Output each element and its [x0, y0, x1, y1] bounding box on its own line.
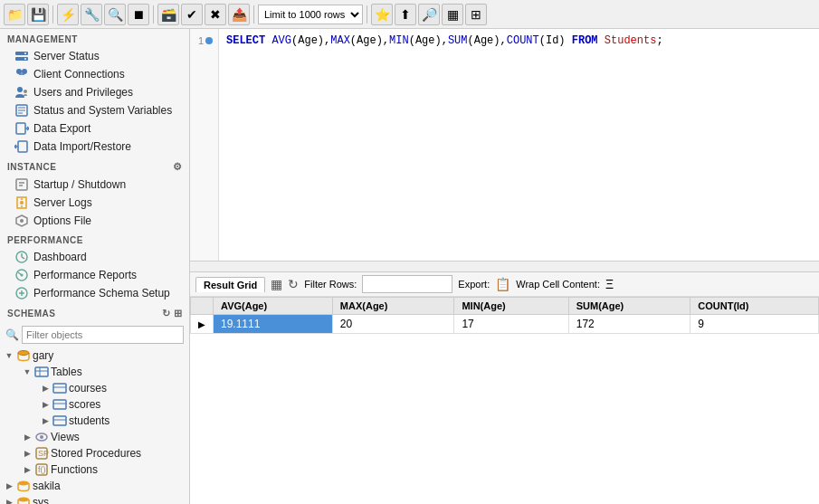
- check-button[interactable]: ✔: [181, 4, 203, 25]
- client-connections-label: Client Connections: [33, 68, 125, 81]
- tables-icon: [34, 365, 49, 379]
- export-button[interactable]: 📤: [228, 4, 250, 25]
- sql-content-area[interactable]: SELECT AVG(Age),MAX(Age),MIN(Age),SUM(Ag…: [219, 29, 819, 261]
- schema-gary[interactable]: ▼ gary: [4, 347, 189, 364]
- svg-point-3: [24, 58, 26, 60]
- cell-sum-age[interactable]: 172: [568, 315, 690, 334]
- server-status-label: Server Status: [33, 50, 100, 62]
- execute-sel-button[interactable]: 🔧: [81, 4, 102, 25]
- dashboard-icon: [14, 250, 29, 264]
- management-label: MANAGEMENT: [7, 34, 78, 44]
- refresh-result-icon[interactable]: ↻: [288, 277, 299, 291]
- scores-arrow: ▶: [40, 400, 51, 409]
- table-courses[interactable]: ▶ courses: [40, 380, 189, 396]
- sidebar-item-status-variables[interactable]: Status and System Variables: [0, 101, 189, 119]
- gary-label: gary: [33, 349, 53, 362]
- svg-rect-35: [53, 384, 66, 393]
- schema-filter-input[interactable]: [22, 326, 184, 344]
- sidebar-item-schema-setup[interactable]: Performance Schema Setup: [0, 284, 189, 302]
- instance-section-header: INSTANCE ⚙: [0, 156, 189, 176]
- table-scores[interactable]: ▶ scores: [40, 396, 189, 413]
- stored-procedures-group[interactable]: ▶ SP Stored Procedures: [22, 445, 189, 461]
- schema-sys[interactable]: ▶ sys: [4, 494, 189, 504]
- export-label: Export:: [458, 279, 490, 290]
- stored-procedures-label: Stored Procedures: [51, 447, 141, 460]
- sidebar-item-performance-reports[interactable]: Performance Reports: [0, 266, 189, 284]
- export-csv-icon[interactable]: 📋: [495, 277, 510, 291]
- schemas-expand-icon[interactable]: ⊞: [174, 308, 183, 319]
- separator-3: [253, 5, 254, 24]
- separator-2: [153, 5, 154, 24]
- wrap-cell-icon: Ξ: [605, 277, 614, 291]
- schemas-refresh-icon[interactable]: ↻: [162, 308, 171, 319]
- cell-count-id[interactable]: 9: [690, 315, 819, 334]
- views-group[interactable]: ▶ Views: [22, 429, 189, 445]
- explain-button[interactable]: 🔍: [104, 4, 126, 25]
- table-students[interactable]: ▶ students: [40, 413, 189, 429]
- wrap-cell-label: Wrap Cell Content:: [516, 279, 600, 290]
- sidebar-item-client-connections[interactable]: Client Connections: [0, 65, 189, 83]
- horizontal-scrollbar[interactable]: [190, 262, 819, 272]
- cell-max-age[interactable]: 20: [332, 315, 454, 334]
- bookmark-button[interactable]: ⭐: [371, 4, 393, 25]
- misc-button[interactable]: ⊞: [465, 4, 487, 25]
- result-grid-tab[interactable]: Result Grid: [195, 277, 265, 292]
- courses-label: courses: [69, 382, 107, 395]
- result-table: AVG(Age) MAX(Age) MIN(Age) SUM(Age) COUN…: [190, 297, 819, 334]
- sidebar-item-users-privileges[interactable]: Users and Privileges: [0, 83, 189, 101]
- db-button[interactable]: 🗃️: [157, 4, 179, 25]
- instance-config-icon[interactable]: ⚙: [173, 161, 183, 173]
- save-button[interactable]: 💾: [27, 4, 49, 25]
- scores-label: scores: [69, 398, 100, 411]
- views-icon: [34, 430, 49, 444]
- svg-point-26: [21, 274, 24, 277]
- schema-sakila[interactable]: ▶ sakila: [4, 478, 189, 494]
- filter-rows-input[interactable]: [362, 275, 452, 293]
- result-header-row: AVG(Age) MAX(Age) MIN(Age) SUM(Age) COUN…: [191, 298, 819, 315]
- svg-point-20: [20, 201, 24, 204]
- users-privileges-icon: [14, 85, 29, 100]
- find-button[interactable]: 🔎: [418, 4, 440, 25]
- students-table-icon: [52, 414, 67, 428]
- table-row[interactable]: ▶ 19.1111 20 17 172 9: [191, 315, 819, 334]
- performance-label: PERFORMANCE: [7, 235, 83, 245]
- cell-avg-age[interactable]: 19.1111: [214, 315, 333, 334]
- svg-rect-15: [18, 141, 27, 152]
- result-grid: AVG(Age) MAX(Age) MIN(Age) SUM(Age) COUN…: [190, 297, 819, 504]
- cell-min-age[interactable]: 17: [454, 315, 568, 334]
- performance-reports-icon: [14, 268, 29, 282]
- svg-point-7: [17, 87, 23, 92]
- server-status-icon: [14, 49, 29, 63]
- performance-section-header: PERFORMANCE: [0, 230, 189, 248]
- col-max-age: MAX(Age): [332, 298, 454, 315]
- schema-tree: ▼ gary ▼ Tables ▶: [0, 347, 189, 504]
- cancel-button[interactable]: ✖: [205, 4, 226, 25]
- sakila-expand-arrow: ▶: [4, 481, 14, 490]
- sidebar-item-server-status[interactable]: Server Status: [0, 47, 189, 65]
- sidebar-item-data-import[interactable]: Data Import/Restore: [0, 138, 189, 156]
- sidebar-item-server-logs[interactable]: Server Logs: [0, 194, 189, 212]
- server-logs-label: Server Logs: [33, 196, 92, 209]
- open-folder-button[interactable]: 📁: [4, 4, 25, 25]
- functions-group[interactable]: ▶ f() Functions: [22, 461, 189, 478]
- sidebar-item-data-export[interactable]: Data Export: [0, 119, 189, 138]
- stored-procedures-expand-arrow: ▶: [22, 449, 33, 458]
- grid-view-icon[interactable]: ▦: [271, 277, 282, 291]
- tables-label: Tables: [51, 366, 82, 378]
- limit-select[interactable]: Limit to 1000 rows Don't Limit Limit to …: [258, 5, 363, 24]
- col-count-id: COUNT(Id): [690, 298, 819, 315]
- sidebar-item-dashboard[interactable]: Dashboard: [0, 248, 189, 266]
- functions-label: Functions: [51, 463, 98, 476]
- sakila-db-icon: [16, 479, 31, 493]
- management-section-header: MANAGEMENT: [0, 29, 189, 47]
- stop-button[interactable]: ⏹: [128, 4, 149, 25]
- jump-button[interactable]: ⬆: [395, 4, 416, 25]
- svg-text:SP: SP: [38, 449, 49, 458]
- svg-point-48: [18, 498, 29, 502]
- execute-button[interactable]: ⚡: [57, 4, 79, 25]
- sidebar-item-startup-shutdown[interactable]: Startup / Shutdown: [0, 176, 189, 194]
- tables-group[interactable]: ▼ Tables: [22, 364, 189, 380]
- sidebar-item-options-file[interactable]: Options File: [0, 212, 189, 230]
- sql-editor[interactable]: 1 SELECT AVG(Age),MAX(Age),MIN(Age),SUM(…: [190, 29, 819, 262]
- format-button[interactable]: ▦: [442, 4, 463, 25]
